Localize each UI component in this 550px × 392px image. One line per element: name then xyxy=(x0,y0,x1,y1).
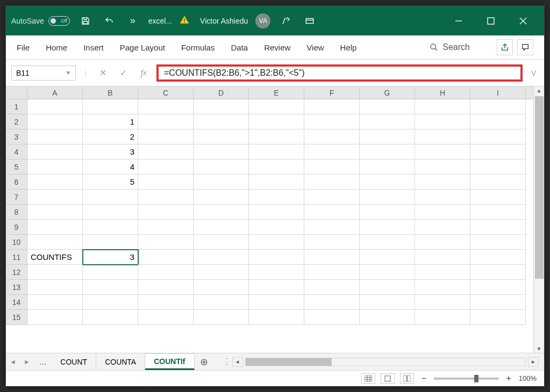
cell[interactable] xyxy=(83,220,138,235)
tab-view[interactable]: View xyxy=(306,43,324,52)
close-button[interactable] xyxy=(515,13,531,29)
cell[interactable] xyxy=(249,99,304,114)
row-header[interactable]: 11 xyxy=(6,250,27,265)
accept-formula-button[interactable]: ✓ xyxy=(116,66,131,81)
cell[interactable] xyxy=(138,250,194,265)
cell[interactable] xyxy=(83,295,138,310)
cell[interactable] xyxy=(194,220,249,235)
cell[interactable] xyxy=(194,159,249,175)
cell[interactable] xyxy=(304,205,360,220)
cell[interactable] xyxy=(415,144,470,159)
cell[interactable] xyxy=(83,280,138,295)
cell[interactable] xyxy=(415,250,470,265)
cell[interactable] xyxy=(470,235,526,250)
cell[interactable] xyxy=(249,265,304,280)
cell[interactable] xyxy=(360,144,415,159)
coming-soon-icon[interactable] xyxy=(278,13,294,29)
tab-review[interactable]: Review xyxy=(264,43,290,52)
cell[interactable] xyxy=(249,190,304,205)
cell[interactable] xyxy=(360,250,415,265)
cell[interactable] xyxy=(249,235,304,250)
cell[interactable] xyxy=(415,295,470,310)
cell[interactable] xyxy=(138,220,194,235)
cell[interactable] xyxy=(249,205,304,220)
cell[interactable] xyxy=(470,205,526,220)
cell[interactable] xyxy=(27,159,83,175)
cell[interactable] xyxy=(415,235,470,250)
cell[interactable] xyxy=(249,114,304,129)
cell[interactable]: 1 xyxy=(83,114,138,129)
row-header[interactable]: 15 xyxy=(6,310,27,325)
cell[interactable] xyxy=(304,144,360,159)
search-button[interactable]: Search xyxy=(430,42,470,52)
cell[interactable] xyxy=(138,205,194,220)
cell[interactable]: 5 xyxy=(83,175,138,190)
sheet-ellipsis[interactable]: ... xyxy=(34,357,52,367)
cell[interactable] xyxy=(249,159,304,175)
row-header[interactable]: 6 xyxy=(6,175,27,190)
cell[interactable] xyxy=(83,265,138,280)
cell[interactable] xyxy=(194,265,249,280)
sheet-tab[interactable]: COUNTA xyxy=(96,353,145,370)
sheet-nav-prev[interactable]: ◄ xyxy=(6,358,20,366)
row-header[interactable]: 13 xyxy=(6,280,27,295)
zoom-level[interactable]: 100% xyxy=(519,374,537,382)
cell[interactable] xyxy=(304,265,360,280)
cell[interactable] xyxy=(470,190,526,205)
cell[interactable] xyxy=(194,175,249,190)
cell[interactable] xyxy=(304,220,360,235)
comments-button[interactable] xyxy=(517,39,533,55)
normal-view-button[interactable] xyxy=(361,373,375,384)
cell[interactable] xyxy=(304,114,360,129)
autosave-toggle[interactable]: Off xyxy=(48,16,70,26)
cell[interactable] xyxy=(470,144,526,159)
cell[interactable] xyxy=(470,265,526,280)
tab-insert[interactable]: Insert xyxy=(83,43,104,52)
cell[interactable] xyxy=(360,220,415,235)
tab-data[interactable]: Data xyxy=(231,43,248,52)
cell[interactable] xyxy=(194,190,249,205)
cell[interactable]: 4 xyxy=(83,159,138,175)
cell[interactable] xyxy=(304,250,360,265)
row-header[interactable]: 12 xyxy=(6,265,27,280)
cell[interactable]: 3 xyxy=(83,250,138,265)
cell[interactable] xyxy=(470,175,526,190)
cell[interactable] xyxy=(83,310,138,325)
cell[interactable] xyxy=(83,235,138,250)
cell[interactable] xyxy=(138,265,194,280)
zoom-in-button[interactable]: + xyxy=(504,374,513,383)
cell[interactable] xyxy=(194,205,249,220)
cell[interactable] xyxy=(360,265,415,280)
vertical-scrollbar[interactable]: ▲ ▼ xyxy=(533,86,544,353)
cell[interactable] xyxy=(138,129,194,144)
cell[interactable] xyxy=(415,220,470,235)
horizontal-scroll-thumb[interactable] xyxy=(246,358,332,366)
cell[interactable] xyxy=(304,99,360,114)
tab-home[interactable]: Home xyxy=(46,43,67,52)
scroll-down-icon[interactable]: ▼ xyxy=(534,346,544,352)
cell[interactable] xyxy=(138,175,194,190)
minimize-button[interactable] xyxy=(451,13,467,29)
cell[interactable] xyxy=(249,175,304,190)
ribbon-mode-icon[interactable] xyxy=(302,13,318,29)
cell[interactable] xyxy=(249,250,304,265)
cell[interactable] xyxy=(249,310,304,325)
cell[interactable] xyxy=(249,144,304,159)
horizontal-scrollbar[interactable] xyxy=(245,358,526,366)
cell[interactable] xyxy=(27,129,83,144)
cell[interactable] xyxy=(360,235,415,250)
cell[interactable] xyxy=(83,99,138,114)
cell[interactable]: COUNTIFS xyxy=(27,250,83,265)
row-header[interactable]: 14 xyxy=(6,295,27,310)
cell[interactable] xyxy=(360,190,415,205)
zoom-slider[interactable] xyxy=(434,378,498,380)
more-icon[interactable]: » xyxy=(125,13,141,29)
cell[interactable] xyxy=(27,175,83,190)
row-header[interactable]: 2 xyxy=(6,114,27,129)
cell[interactable] xyxy=(470,114,526,129)
cell[interactable] xyxy=(194,280,249,295)
avatar[interactable]: VA xyxy=(255,13,270,28)
cell[interactable] xyxy=(194,310,249,325)
cell[interactable] xyxy=(360,159,415,175)
cell[interactable] xyxy=(304,310,360,325)
